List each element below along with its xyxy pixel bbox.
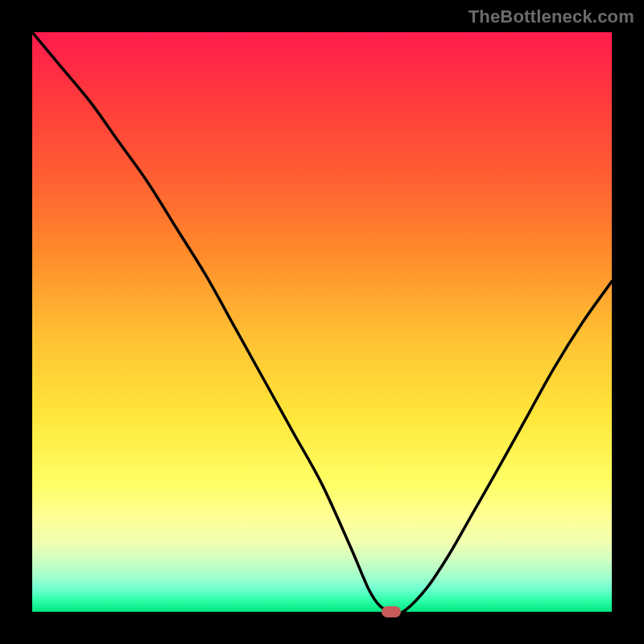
- watermark-text: TheBottleneck.com: [469, 6, 634, 27]
- plot-area: [32, 32, 612, 612]
- optimal-marker: [382, 606, 401, 617]
- chart-frame: TheBottleneck.com: [0, 0, 644, 644]
- bottleneck-curve: [32, 32, 612, 612]
